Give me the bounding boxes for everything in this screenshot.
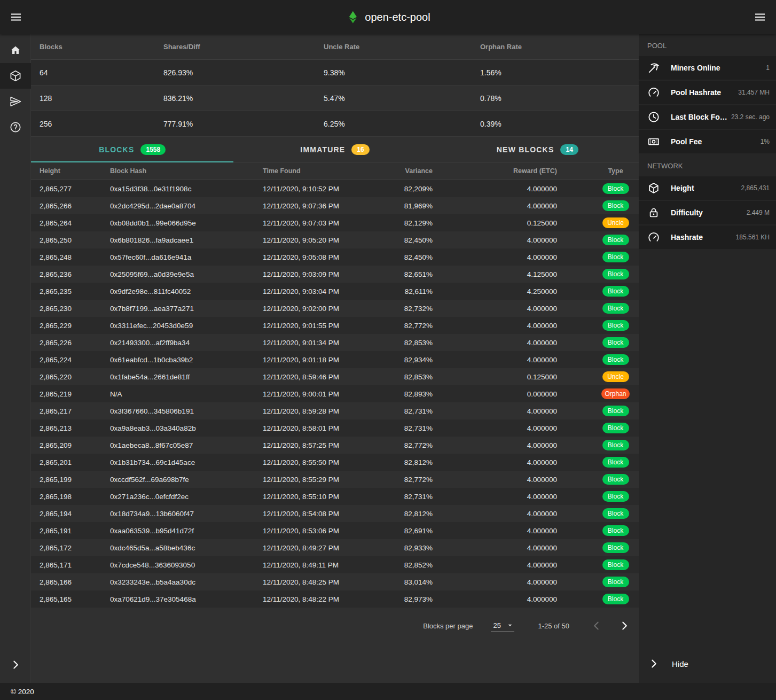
block-variance: 82,450% <box>382 253 441 261</box>
cube-outline-icon <box>647 182 660 195</box>
block-type-chip: Block <box>602 559 629 570</box>
block-variance: 82,852% <box>382 561 441 569</box>
blocks-col-header: Time Found <box>254 167 382 175</box>
info-item-value: 23.2 sec. ago <box>731 113 770 121</box>
block-height: 2,865,250 <box>31 236 101 244</box>
tab-label: NEW BLOCKS <box>497 145 554 154</box>
block-type: Block <box>566 183 639 194</box>
table-row: 2,865,2010x1b31b734...69c1d45ace12/11/20… <box>31 454 639 471</box>
table-row: 2,865,2350x9df2e98e...811fc4005212/11/20… <box>31 283 639 300</box>
block-reward: 4.000000 <box>441 476 566 484</box>
block-height: 2,865,165 <box>31 595 101 603</box>
block-type-chip: Block <box>602 252 629 262</box>
block-type: Uncle <box>566 217 639 228</box>
stats-row: 128836.21%5.47%0.78% <box>31 85 639 111</box>
stats-cell: 6.25% <box>315 120 472 128</box>
block-reward: 4.000000 <box>441 458 566 466</box>
info-item-label: Difficulty <box>671 208 743 217</box>
stats-cell: 1.56% <box>472 68 639 77</box>
clock-icon <box>647 111 660 123</box>
hide-label: Hide <box>672 659 688 668</box>
tab-new-blocks[interactable]: NEW BLOCKS14 <box>436 137 639 162</box>
table-row: 2,865,1990xccdf562f...69a698b7fe12/11/20… <box>31 471 639 488</box>
sidebar-hide-button[interactable]: Hide <box>639 653 776 674</box>
stats-cell: 256 <box>31 120 155 128</box>
menu-button[interactable] <box>3 4 29 30</box>
nav-payments[interactable] <box>0 89 31 114</box>
block-hash: 0x21493300...af2ff9ba34 <box>101 339 254 347</box>
stats-cell: 777.91% <box>155 120 315 128</box>
block-height: 2,865,224 <box>31 356 101 364</box>
block-reward: 4.000000 <box>441 253 566 261</box>
block-type-chip: Block <box>602 200 629 211</box>
block-time-found: 12/11/2020, 8:58:01 PM <box>254 424 382 432</box>
block-type: Block <box>566 269 639 279</box>
prev-page-button[interactable] <box>590 619 603 633</box>
rail-expand-button[interactable] <box>0 654 31 675</box>
block-reward: 4.000000 <box>441 339 566 347</box>
block-type-chip: Orphan <box>601 388 629 399</box>
tab-label: BLOCKS <box>99 145 134 154</box>
info-item-pool-hashrate: Pool Hashrate31.457 MH <box>639 81 776 104</box>
tab-blocks[interactable]: BLOCKS1558 <box>31 137 233 162</box>
next-page-button[interactable] <box>617 619 631 633</box>
block-variance: 82,731% <box>382 407 441 415</box>
stats-row: 64826.93%9.38%1.56% <box>31 60 639 85</box>
block-hash: 0x3233243e...b5a4aa30dc <box>101 578 254 586</box>
info-item-value: 185.561 KH <box>736 234 770 241</box>
info-item-value: 1 <box>766 64 770 72</box>
luck-stats-rows: 64826.93%9.38%1.56%128836.21%5.47%0.78%2… <box>31 60 639 137</box>
chevron-right-icon <box>618 619 631 632</box>
block-time-found: 12/11/2020, 8:49:27 PM <box>254 544 382 552</box>
block-type: Block <box>566 303 639 314</box>
block-height: 2,865,248 <box>31 253 101 261</box>
block-type-chip: Block <box>602 337 629 348</box>
table-row: 2,865,2660x2dc4295d...2dae0a870412/11/20… <box>31 197 639 214</box>
stats-cell: 9.38% <box>315 68 472 77</box>
nav-home[interactable] <box>0 37 31 63</box>
chevron-left-icon <box>590 619 603 632</box>
stats-col-header: Orphan Rate <box>472 43 639 51</box>
help-icon <box>9 121 22 134</box>
block-type-chip: Block <box>602 303 629 314</box>
block-height: 2,865,220 <box>31 373 101 381</box>
block-variance: 82,893% <box>382 390 441 398</box>
block-time-found: 12/11/2020, 9:10:52 PM <box>254 185 382 193</box>
block-reward: 4.000000 <box>441 305 566 313</box>
nav-help[interactable] <box>0 114 31 140</box>
block-height: 2,865,194 <box>31 510 101 518</box>
block-hash: 0x3f367660...345806b191 <box>101 407 254 415</box>
block-type-chip: Block <box>602 440 629 450</box>
stats-cell: 826.93% <box>155 68 315 77</box>
block-height: 2,865,229 <box>31 322 101 330</box>
blocks-tabs: BLOCKS1558IMMATURE16NEW BLOCKS14 <box>31 137 639 162</box>
gauge-icon <box>647 86 660 99</box>
block-variance: 82,973% <box>382 595 441 603</box>
block-time-found: 12/11/2020, 8:59:28 PM <box>254 407 382 415</box>
block-type: Block <box>566 200 639 211</box>
block-reward: 4.000000 <box>441 441 566 449</box>
send-icon <box>9 95 22 108</box>
home-icon <box>9 44 22 57</box>
block-time-found: 12/11/2020, 9:07:36 PM <box>254 202 382 210</box>
table-row: 2,865,2240x61eabfcd...1b0cba39b212/11/20… <box>31 351 639 368</box>
blocks-col-header: Height <box>31 167 101 175</box>
tab-immature[interactable]: IMMATURE16 <box>233 137 436 162</box>
caret-down-icon <box>506 621 514 629</box>
table-row: 2,865,2260x21493300...af2ff9ba3412/11/20… <box>31 334 639 351</box>
blocks-table-header-row: HeightBlock HashTime FoundVarianceReward… <box>31 162 639 180</box>
app-bar: open-etc-pool <box>0 0 776 34</box>
info-item-value: 2,865,431 <box>741 184 770 192</box>
tab-badge: 1558 <box>140 144 166 155</box>
block-hash: 0x25095f69...a0d39e9e5a <box>101 270 254 278</box>
table-row: 2,865,2130xa9a8eab3...03a340a82b12/11/20… <box>31 419 639 437</box>
tab-badge: 14 <box>560 144 578 155</box>
blocks-table: HeightBlock HashTime FoundVarianceReward… <box>31 162 639 608</box>
chevron-right-icon <box>647 657 660 670</box>
block-type: Block <box>566 525 639 536</box>
nav-blocks[interactable] <box>0 63 31 89</box>
pickaxe-icon <box>647 61 660 74</box>
sidebar-toggle-button[interactable] <box>747 4 773 30</box>
pagination-range: 1-25 of 50 <box>538 622 569 630</box>
rows-per-page-select[interactable]: 25 <box>491 619 514 632</box>
